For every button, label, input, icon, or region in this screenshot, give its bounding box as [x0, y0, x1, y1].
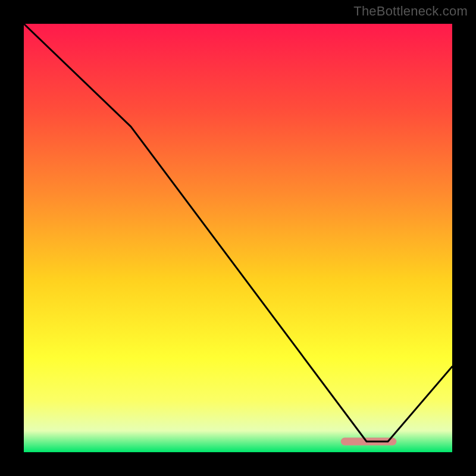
watermark-text: TheBottleneck.com: [353, 4, 468, 19]
chart-background-gradient: [24, 24, 452, 452]
chart-plot-area: [24, 24, 452, 452]
chart-svg: [24, 24, 452, 452]
chart-container: TheBottleneck.com: [0, 0, 476, 476]
